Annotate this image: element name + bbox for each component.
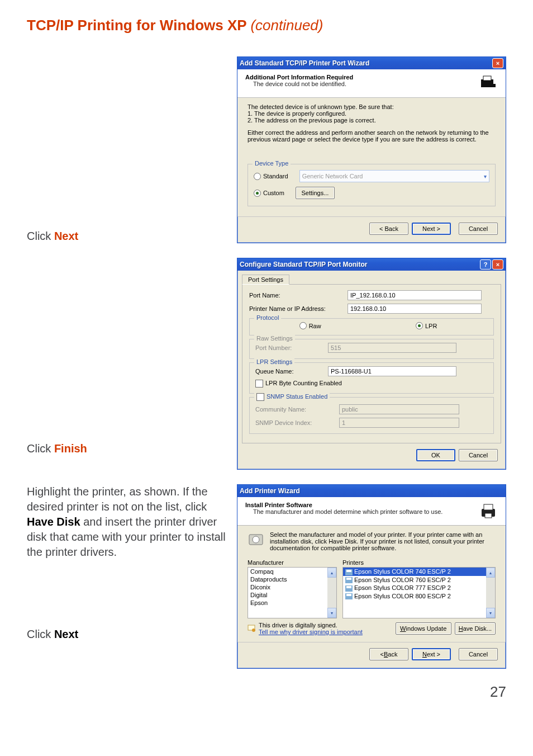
mnemonic: W xyxy=(400,625,406,632)
protocol-legend: Protocol xyxy=(254,314,281,321)
svg-rect-11 xyxy=(346,578,351,580)
list-item[interactable]: Compaq xyxy=(248,568,327,575)
svg-rect-1 xyxy=(483,76,491,81)
printer-item-icon xyxy=(345,577,353,583)
add-printer-wizard-window: Add Printer Wizard Install Printer Softw… xyxy=(237,484,506,669)
win3-title: Add Printer Wizard xyxy=(240,487,300,495)
printer-icon xyxy=(479,502,498,521)
scroll-up-icon[interactable]: ▴ xyxy=(486,568,495,578)
cancel-button[interactable]: Cancel xyxy=(459,648,498,660)
row3-bold: Have Disk xyxy=(27,516,80,528)
snmp-legend[interactable]: SNMP Status Enabled xyxy=(254,393,330,401)
svg-rect-13 xyxy=(346,586,351,588)
list-item[interactable]: Digital xyxy=(248,591,327,599)
queue-label: Queue Name: xyxy=(255,368,322,375)
addr-label: Printer Name or IP Address: xyxy=(249,305,348,312)
svg-rect-2 xyxy=(491,84,496,87)
back-button[interactable]: < Back xyxy=(369,223,408,235)
svg-rect-9 xyxy=(346,570,351,572)
heading-cont: (continued) xyxy=(250,17,323,34)
radio-lpr[interactable]: LPR xyxy=(416,322,437,329)
radio-custom[interactable]: Custom xyxy=(254,190,284,197)
cancel-button[interactable]: Cancel xyxy=(459,223,498,235)
win1-banner-h: Additional Port Information Required xyxy=(245,74,353,81)
printer-item-label: Epson Stylus COLOR 777 ESC/P 2 xyxy=(354,584,451,591)
row4-action: Next xyxy=(54,628,78,640)
disk-icon xyxy=(248,531,264,548)
standard-select[interactable]: Generic Network Card ▾ xyxy=(299,170,489,182)
scroll-up-icon[interactable]: ▴ xyxy=(327,568,336,578)
svg-point-7 xyxy=(253,536,259,543)
row4-label: Click xyxy=(27,628,51,640)
btn-text: ack xyxy=(388,651,397,658)
list-item[interactable]: Diconix xyxy=(248,583,327,591)
win2-title: Configure Standard TCP/IP Port Monitor xyxy=(240,261,367,268)
idx-label: SNMP Device Index: xyxy=(255,419,334,426)
radio-standard[interactable]: Standard xyxy=(254,173,288,180)
svg-point-17 xyxy=(252,629,255,632)
scroll-down-icon[interactable]: ▾ xyxy=(327,608,336,618)
list-item[interactable]: Dataproducts xyxy=(248,575,327,583)
signing-link[interactable]: Tell me why driver signing is important xyxy=(259,629,363,635)
radio-raw-label: Raw xyxy=(309,323,321,329)
btn-text: ave Disk... xyxy=(463,625,492,632)
printers-list[interactable]: ▴ ▾ Epson Stylus COLOR 740 ESC/P 2 Epson… xyxy=(342,567,496,618)
configure-port-window: Configure Standard TCP/IP Port Monitor ?… xyxy=(237,258,506,470)
printer-item-label: Epson Stylus COLOR 740 ESC/P 2 xyxy=(354,568,451,575)
comm-input xyxy=(339,404,459,414)
chevron-down-icon: ▾ xyxy=(484,173,487,179)
radio-raw[interactable]: Raw xyxy=(299,322,321,329)
printer-item-label: Epson Stylus COLOR 760 ESC/P 2 xyxy=(354,577,451,583)
row2-action: Finish xyxy=(54,442,87,455)
port-name-label: Port Name: xyxy=(249,292,348,299)
list-item[interactable]: Epson Stylus COLOR 740 ESC/P 2 xyxy=(343,568,486,576)
win1-para1: The detected device is of unknown type. … xyxy=(248,103,496,110)
printer-item-icon xyxy=(345,585,353,592)
signed-text: This driver is digitally signed. xyxy=(259,622,363,629)
svg-rect-5 xyxy=(485,513,492,518)
addr-input[interactable] xyxy=(348,304,482,314)
portnum-label: Port Number: xyxy=(255,344,322,351)
mnemonic: N xyxy=(422,651,427,658)
list-item[interactable]: Epson Stylus COLOR 760 ESC/P 2 xyxy=(343,576,486,584)
heading-main: TCP/IP Printing for Windows XP xyxy=(27,17,246,34)
list-item[interactable]: Epson Stylus COLOR 800 ESC/P 2 xyxy=(343,592,486,601)
manufacturer-list[interactable]: ▴ ▾ Compaq Dataproducts Diconix Digital … xyxy=(248,567,337,618)
win1-para1-1: 1. The device is properly configured. xyxy=(248,110,496,117)
windows-update-button[interactable]: Windows Update xyxy=(396,622,451,635)
win3-banner-h: Install Printer Software xyxy=(245,502,442,508)
back-button[interactable]: < Back xyxy=(369,648,408,660)
raw-settings-legend: Raw Settings xyxy=(254,335,295,342)
svg-rect-15 xyxy=(346,594,351,596)
next-button[interactable]: Next > xyxy=(412,648,451,660)
printers-header: Printers xyxy=(342,559,496,566)
win3-banner-s: The manufacturer and model determine whi… xyxy=(245,508,442,515)
tab-port-settings[interactable]: Port Settings xyxy=(242,275,289,285)
ok-button[interactable]: OK xyxy=(416,449,455,461)
radio-standard-label: Standard xyxy=(263,173,288,179)
page-number: 27 xyxy=(27,683,506,701)
win1-para1-2: 2. The address on the previous page is c… xyxy=(248,117,496,124)
settings-button[interactable]: Settings... xyxy=(296,187,335,199)
lpr-byte-checkbox[interactable]: LPR Byte Counting Enabled xyxy=(255,380,488,388)
radio-custom-label: Custom xyxy=(263,190,284,196)
port-name-input[interactable] xyxy=(348,290,482,300)
queue-input[interactable] xyxy=(328,366,456,376)
comm-label: Community Name: xyxy=(255,406,334,413)
printer-port-icon xyxy=(479,74,498,93)
have-disk-button[interactable]: Have Disk... xyxy=(455,622,496,635)
help-icon[interactable]: ? xyxy=(480,259,491,270)
radio-lpr-label: LPR xyxy=(425,323,437,329)
win1-banner-s: The device could not be identified. xyxy=(245,81,353,87)
list-item[interactable]: Epson xyxy=(248,599,327,607)
close-icon[interactable]: × xyxy=(492,259,503,270)
device-type-legend: Device Type xyxy=(253,160,291,167)
list-item[interactable]: Epson Stylus COLOR 777 ESC/P 2 xyxy=(343,584,486,592)
cancel-button[interactable]: Cancel xyxy=(459,449,498,461)
close-icon[interactable]: × xyxy=(492,58,503,68)
next-button[interactable]: Next > xyxy=(412,223,451,235)
standard-select-value: Generic Network Card xyxy=(302,173,363,179)
mnemonic: B xyxy=(384,651,388,658)
scroll-down-icon[interactable]: ▾ xyxy=(486,608,495,618)
row2-label: Click xyxy=(27,442,51,455)
